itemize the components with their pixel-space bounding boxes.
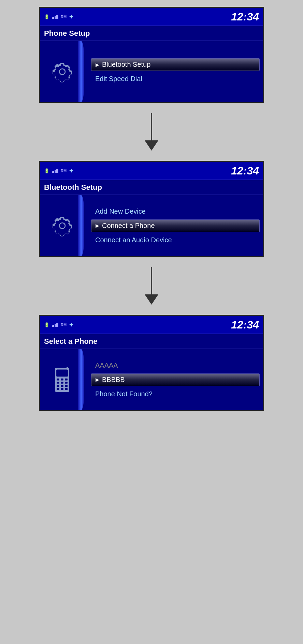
- menu-item-add-new-device[interactable]: Add New Device: [91, 205, 260, 217]
- menu-item-connect-phone[interactable]: Connect a Phone: [91, 219, 260, 232]
- arrow-head-1: [145, 140, 158, 151]
- svg-rect-10: [65, 385, 68, 387]
- status-icons-1: 🔋 RM ✦: [44, 14, 73, 20]
- menu-item-phone-not-found[interactable]: Phone Not Found?: [91, 388, 260, 400]
- signal-icon: [52, 15, 58, 19]
- icon-panel-2: [40, 195, 84, 256]
- menu-panel-3: AAAAA BBBBB Phone Not Found?: [84, 349, 263, 410]
- status-time-3: 12:34: [231, 319, 259, 331]
- arrow-shaft-2: [151, 267, 152, 294]
- signal-icon-3: [52, 323, 58, 327]
- svg-rect-11: [57, 388, 59, 390]
- arrow-shaft-1: [151, 113, 152, 140]
- svg-rect-2: [57, 378, 59, 380]
- phone-icon: [52, 367, 72, 393]
- rm-label-2: RM: [61, 169, 67, 173]
- svg-rect-9: [61, 385, 63, 387]
- screen-1: 🔋 RM ✦ 12:34 Phone Setup Bluetooth Setup: [39, 7, 264, 103]
- svg-rect-1: [56, 369, 68, 377]
- screen-3: 🔋 RM ✦ 12:34 Select a Phone: [39, 315, 264, 411]
- gear-icon-1: [51, 61, 73, 83]
- screen-title-2: Bluetooth Setup: [44, 183, 102, 192]
- content-area-2: Add New Device Connect a Phone Connect a…: [40, 195, 263, 256]
- bluetooth-icon-3: ✦: [69, 322, 73, 328]
- svg-rect-6: [61, 382, 63, 384]
- battery-icon-2: 🔋: [44, 168, 49, 173]
- rm-label-3: RM: [61, 323, 67, 327]
- svg-rect-12: [61, 388, 63, 390]
- status-icons-3: 🔋 RM ✦: [44, 322, 73, 328]
- svg-rect-13: [65, 388, 68, 390]
- svg-rect-7: [65, 382, 68, 384]
- title-bar-3: Select a Phone: [40, 334, 263, 349]
- svg-rect-3: [61, 378, 63, 380]
- menu-panel-2: Add New Device Connect a Phone Connect a…: [84, 195, 263, 256]
- rm-label-1: RM: [61, 15, 67, 19]
- bluetooth-icon-1: ✦: [69, 14, 73, 20]
- menu-panel-1: Bluetooth Setup Edit Speed Dial: [84, 41, 263, 102]
- title-bar-1: Phone Setup: [40, 26, 263, 41]
- svg-rect-4: [65, 378, 68, 380]
- battery-icon: 🔋: [44, 14, 49, 19]
- arrow-1: [145, 103, 158, 161]
- svg-rect-5: [57, 382, 59, 384]
- screen-title-3: Select a Phone: [44, 337, 98, 346]
- status-bar-1: 🔋 RM ✦ 12:34: [40, 8, 263, 26]
- menu-item-bluetooth-setup[interactable]: Bluetooth Setup: [91, 58, 260, 71]
- menu-item-bbbbb[interactable]: BBBBB: [91, 373, 260, 386]
- menu-item-connect-audio[interactable]: Connect an Audio Device: [91, 234, 260, 246]
- screen-title-1: Phone Setup: [44, 29, 90, 38]
- status-icons-2: 🔋 RM ✦: [44, 168, 73, 174]
- menu-item-aaaaa[interactable]: AAAAA: [91, 359, 260, 371]
- title-bar-2: Bluetooth Setup: [40, 180, 263, 195]
- icon-panel-1: [40, 41, 84, 102]
- screen-2: 🔋 RM ✦ 12:34 Bluetooth Setup Add New Dev…: [39, 161, 264, 257]
- status-time-1: 12:34: [231, 11, 259, 23]
- status-time-2: 12:34: [231, 165, 259, 177]
- battery-icon-3: 🔋: [44, 322, 49, 327]
- bluetooth-icon-2: ✦: [69, 168, 73, 174]
- gear-icon-2: [51, 215, 73, 237]
- signal-icon-2: [52, 169, 58, 173]
- menu-item-edit-speed-dial[interactable]: Edit Speed Dial: [91, 73, 260, 85]
- icon-panel-3: [40, 349, 84, 410]
- status-bar-3: 🔋 RM ✦ 12:34: [40, 316, 263, 334]
- svg-rect-14: [67, 367, 68, 370]
- arrow-2: [145, 257, 158, 315]
- content-area-3: AAAAA BBBBB Phone Not Found?: [40, 349, 263, 410]
- content-area-1: Bluetooth Setup Edit Speed Dial: [40, 41, 263, 102]
- arrow-head-2: [145, 294, 158, 305]
- svg-rect-8: [57, 385, 59, 387]
- status-bar-2: 🔋 RM ✦ 12:34: [40, 162, 263, 180]
